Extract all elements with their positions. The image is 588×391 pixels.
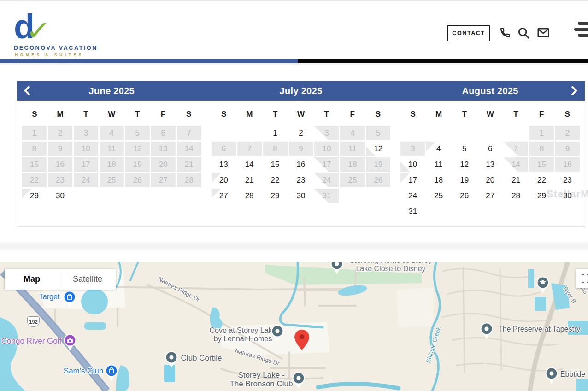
calendar-month-august: SMTWTFS123456789101112131415161718192021… — [400, 107, 580, 220]
day-july-2025-15[interactable]: 15 — [263, 157, 288, 172]
day-of-week-header: M — [237, 107, 262, 122]
day-june-2025-12: 12 — [125, 142, 150, 156]
day-july-2025-28[interactable]: 28 — [237, 189, 262, 203]
day-of-week-header: T — [504, 107, 529, 122]
day-august-2025-31[interactable]: 31 — [400, 204, 425, 219]
day-empty — [74, 189, 98, 203]
day-empty — [555, 204, 580, 219]
shop-pin-sams-club[interactable] — [105, 364, 118, 385]
satellite-button[interactable]: Satellite — [59, 269, 116, 290]
day-july-2025-26: 26 — [366, 173, 390, 187]
poi-pin-club-cortile[interactable] — [165, 351, 178, 371]
phone-icon[interactable] — [498, 26, 512, 40]
day-july-2025-12[interactable]: 12 — [366, 142, 390, 156]
shop-pin-target[interactable] — [63, 290, 76, 311]
poi-pin-ebbtide[interactable] — [545, 367, 559, 387]
day-august-2025-5[interactable]: 5 — [452, 142, 476, 156]
day-august-2025-27[interactable]: 27 — [478, 189, 502, 203]
day-july-2025-2[interactable]: 2 — [289, 126, 313, 140]
section-divider-shadow — [0, 240, 588, 252]
day-august-2025-26[interactable]: 26 — [452, 189, 476, 203]
day-empty — [452, 204, 476, 219]
poi-pin-bronson-club[interactable] — [292, 372, 306, 391]
school-pin[interactable] — [536, 276, 550, 296]
contact-button[interactable]: CONTACT — [447, 25, 490, 41]
day-july-2025-27[interactable]: 27 — [212, 189, 236, 203]
day-august-2025-11[interactable]: 11 — [426, 157, 451, 172]
label-target: Target — [39, 293, 59, 301]
day-august-2025-23[interactable]: 23 — [555, 173, 580, 187]
poi-pin-stunning-home[interactable] — [330, 262, 344, 278]
day-of-week-header: M — [48, 107, 73, 122]
day-august-2025-7: 7 — [504, 142, 528, 156]
label-ebbtide: Ebbtide — [560, 370, 585, 379]
poi-pin-preserve[interactable] — [480, 322, 494, 343]
label-club-cortile: Club Cortile — [181, 354, 222, 362]
day-june-2025-17: 17 — [74, 157, 98, 172]
day-june-2025-29[interactable]: 29 — [22, 189, 47, 203]
attraction-pin-congo[interactable] — [63, 334, 77, 354]
fullscreen-button[interactable] — [576, 269, 588, 288]
day-june-2025-4: 4 — [100, 126, 124, 140]
label-sams-club: Sam's Club — [64, 367, 103, 375]
day-june-2025-11: 11 — [100, 142, 124, 156]
day-july-2025-30[interactable]: 30 — [289, 189, 313, 203]
map-button[interactable]: Map — [5, 269, 59, 290]
day-august-2025-10[interactable]: 10 — [400, 157, 425, 172]
menu-bar — [578, 22, 588, 25]
day-of-week-header: F — [340, 107, 365, 122]
day-august-2025-28[interactable]: 28 — [504, 189, 528, 203]
day-august-2025-25[interactable]: 25 — [426, 189, 451, 203]
day-july-2025-23[interactable]: 23 — [289, 173, 313, 187]
day-july-2025-14[interactable]: 14 — [237, 157, 262, 172]
calendar-prev-button[interactable] — [25, 87, 32, 94]
day-july-2025-20[interactable]: 20 — [212, 173, 236, 187]
day-july-2025-25: 25 — [340, 173, 365, 187]
mail-icon[interactable] — [536, 26, 550, 40]
day-august-2025-22[interactable]: 22 — [529, 173, 554, 187]
day-august-2025-21[interactable]: 21 — [504, 173, 528, 187]
day-july-2025-22[interactable]: 22 — [263, 173, 288, 187]
menu-icon[interactable] — [574, 22, 588, 40]
calendar-next-button[interactable] — [569, 87, 576, 94]
day-july-2025-29[interactable]: 29 — [263, 189, 288, 203]
day-august-2025-13[interactable]: 13 — [478, 157, 502, 172]
day-june-2025-30[interactable]: 30 — [48, 189, 72, 203]
logo[interactable]: d ✓ DECONOVA VACATION HOMES & SUITES — [14, 8, 98, 57]
logo-subtitle: HOMES & SUITES — [14, 53, 98, 57]
day-august-2025-17[interactable]: 17 — [400, 173, 425, 187]
calendar-header: June 2025 July 2025 August 2025 — [17, 81, 585, 101]
map-canvas[interactable]: TargetCongo River GolfSam's ClubCove at … — [0, 262, 588, 391]
day-august-2025-6[interactable]: 6 — [478, 142, 502, 156]
poi-pin-cove[interactable] — [270, 325, 284, 345]
day-july-2025-21[interactable]: 21 — [237, 173, 262, 187]
day-june-2025-22: 22 — [22, 173, 47, 187]
day-june-2025-1: 1 — [22, 126, 47, 140]
day-august-2025-20[interactable]: 20 — [478, 173, 502, 187]
day-july-2025-1[interactable]: 1 — [263, 126, 288, 140]
day-of-week-header: F — [529, 107, 554, 122]
day-july-2025-13[interactable]: 13 — [212, 157, 236, 172]
day-august-2025-18[interactable]: 18 — [426, 173, 451, 187]
day-june-2025-19: 19 — [125, 157, 150, 172]
day-june-2025-24: 24 — [74, 173, 98, 187]
day-june-2025-5: 5 — [125, 126, 150, 140]
day-august-2025-19[interactable]: 19 — [452, 173, 476, 187]
day-august-2025-12[interactable]: 12 — [452, 157, 476, 172]
day-july-2025-16[interactable]: 16 — [289, 157, 313, 172]
day-august-2025-24[interactable]: 24 — [400, 189, 425, 203]
day-june-2025-15: 15 — [22, 157, 47, 172]
search-icon[interactable] — [517, 26, 530, 40]
progress-bar-underline — [0, 63, 588, 65]
day-june-2025-3: 3 — [74, 126, 98, 140]
main-location-pin[interactable] — [294, 329, 310, 352]
day-june-2025-23: 23 — [48, 173, 72, 187]
day-of-week-header: T — [125, 107, 150, 122]
day-of-week-header: W — [99, 107, 124, 122]
availability-calendar: June 2025 July 2025 August 2025 SMTWTFS1… — [17, 81, 585, 227]
day-august-2025-9: 9 — [555, 142, 580, 156]
day-june-2025-20: 20 — [151, 157, 176, 172]
day-august-2025-4[interactable]: 4 — [426, 142, 451, 156]
calendar-month-june: SMTWTFS123456789101112131415161718192021… — [22, 107, 201, 220]
menu-bar — [574, 28, 588, 31]
